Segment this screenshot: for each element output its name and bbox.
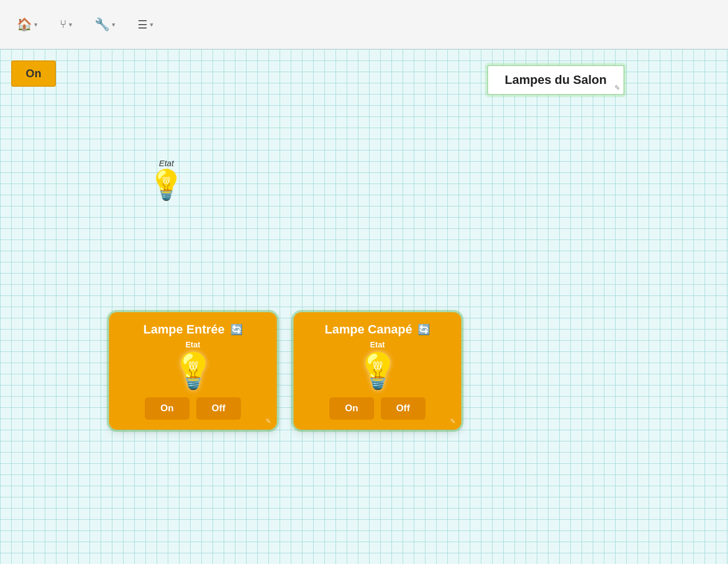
wrench-menu[interactable]: 🔧 ▾	[94, 17, 115, 32]
lamp-card-entree-refresh-icon[interactable]: 🔄	[230, 323, 243, 336]
lamp-canape-on-button[interactable]: On	[329, 397, 374, 420]
lamp-cards-row: Lampe Entrée 🔄 Etat 💡 On Off ✎ Lampe Can…	[109, 312, 461, 430]
lamp-card-canape-refresh-icon[interactable]: 🔄	[418, 323, 430, 336]
list-menu[interactable]: ☰ ▾	[138, 18, 153, 31]
list-icon: ☰	[138, 18, 148, 31]
usb-menu[interactable]: ⑂ ▾	[60, 18, 72, 31]
lamp-card-entree-title: Lampe Entrée	[143, 322, 225, 337]
etat-widget: Etat 💡	[148, 158, 185, 199]
list-chevron-icon: ▾	[150, 21, 153, 29]
on-button-topleft[interactable]: On	[11, 60, 56, 87]
lamp-card-canape: Lampe Canapé 🔄 Etat 💡 On Off ✎	[294, 312, 461, 430]
home-chevron-icon: ▾	[34, 21, 37, 29]
lamp-canape-off-button[interactable]: Off	[381, 397, 426, 420]
lamp-card-entree-bulb-icon: 💡	[172, 354, 215, 388]
usb-chevron-icon: ▾	[69, 21, 72, 29]
etat-label-top: Etat	[159, 158, 174, 168]
salon-edit-icon[interactable]: ✎	[614, 84, 620, 92]
lamp-card-canape-buttons: On Off	[329, 397, 426, 420]
wrench-icon: 🔧	[94, 17, 110, 32]
lamp-entree-on-button[interactable]: On	[145, 397, 190, 420]
lamp-card-entree-title-row: Lampe Entrée 🔄	[121, 322, 264, 337]
bulb-dark-icon: 💡	[148, 170, 185, 199]
home-icon: 🏠	[17, 17, 32, 32]
lamp-card-entree-buttons: On Off	[145, 397, 241, 420]
lamp-entree-off-button[interactable]: Off	[196, 397, 242, 420]
lamp-card-canape-etat-label: Etat	[370, 340, 385, 349]
wrench-chevron-icon: ▾	[112, 21, 115, 29]
toolbar: 🏠 ▾ ⑂ ▾ 🔧 ▾ ☰ ▾	[0, 0, 728, 49]
lamp-card-canape-title: Lampe Canapé	[325, 322, 413, 337]
lamp-card-entree: Lampe Entrée 🔄 Etat 💡 On Off ✎	[109, 312, 277, 430]
home-menu[interactable]: 🏠 ▾	[17, 17, 37, 32]
canvas-area: On Lampes du Salon ✎ Etat 💡 Lampe Entrée…	[0, 49, 728, 564]
lamp-card-entree-edit-icon[interactable]: ✎	[266, 417, 271, 425]
lamp-card-canape-bulb-icon: 💡	[356, 354, 399, 388]
lamp-card-entree-etat-label: Etat	[186, 340, 200, 349]
salon-label-container: Lampes du Salon ✎	[487, 65, 625, 95]
lamp-card-canape-edit-icon[interactable]: ✎	[450, 417, 456, 425]
usb-icon: ⑂	[60, 18, 67, 31]
lamp-card-canape-title-row: Lampe Canapé 🔄	[306, 322, 449, 337]
on-button-topleft-label: On	[26, 67, 41, 79]
salon-label: Lampes du Salon	[505, 73, 607, 87]
